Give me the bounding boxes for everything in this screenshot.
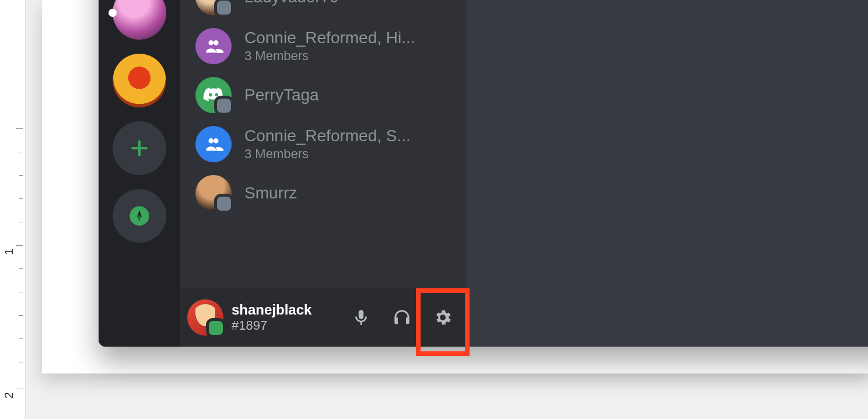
self-username: shanejblack — [232, 302, 312, 318]
avatar — [195, 0, 232, 15]
settings-button[interactable] — [426, 301, 459, 334]
self-identity[interactable]: shanejblack #1897 — [232, 302, 312, 333]
avatar — [195, 175, 232, 211]
dm-item[interactable]: Smurrz — [185, 169, 461, 217]
deafen-button[interactable] — [386, 301, 418, 334]
dm-item[interactable]: Connie_Reformed, Hi... 3 Members — [185, 22, 461, 70]
microphone-icon — [351, 308, 371, 327]
guild-unread-pill-icon — [108, 9, 117, 17]
dm-subtext: 3 Members — [244, 146, 411, 162]
people-icon — [204, 36, 223, 56]
status-online-icon — [206, 318, 226, 338]
dm-name: Connie_Reformed, Hi... — [244, 29, 415, 47]
status-offline-icon — [214, 96, 234, 116]
guild-server-2[interactable] — [113, 54, 166, 107]
dm-name: PerryTaga — [244, 86, 319, 104]
dm-list[interactable]: Kapwing Bot Ladyvader79 — [180, 0, 466, 288]
dm-name: Connie_Reformed, S... — [244, 127, 411, 145]
group-avatar — [195, 28, 232, 64]
dm-subtext: 3 Members — [244, 48, 415, 64]
user-panel: shanejblack #1897 — [180, 288, 466, 347]
discord-main-content — [466, 0, 868, 347]
dm-item[interactable]: PerryTaga — [185, 71, 461, 119]
dm-name: Ladyvader79 — [244, 0, 339, 6]
explore-servers-button[interactable] — [113, 189, 166, 243]
editor-background: 1 2 — [0, 0, 868, 419]
guild-rail — [99, 0, 180, 347]
self-discriminator: #1897 — [232, 318, 312, 333]
compass-icon — [128, 204, 151, 228]
status-offline-icon — [214, 194, 234, 214]
people-icon — [204, 134, 223, 154]
dm-column: Kapwing Bot Ladyvader79 — [180, 0, 466, 347]
status-offline-icon — [214, 0, 234, 18]
avatar — [195, 77, 232, 113]
group-avatar — [195, 126, 232, 162]
dm-name: Smurrz — [244, 184, 297, 202]
mute-button[interactable] — [345, 301, 377, 334]
ruler-number: 1 — [2, 249, 16, 255]
discord-window: Kapwing Bot Ladyvader79 — [99, 0, 868, 347]
headphones-icon — [392, 308, 412, 327]
dm-item[interactable]: Ladyvader79 — [185, 0, 461, 21]
add-server-button[interactable] — [113, 121, 166, 175]
plus-icon — [128, 137, 151, 160]
ruler-number: 2 — [2, 392, 16, 399]
self-avatar[interactable] — [187, 299, 223, 336]
dm-item[interactable]: Connie_Reformed, S... 3 Members — [185, 120, 461, 168]
gear-icon — [433, 308, 453, 327]
canvas-area: Kapwing Bot Ladyvader79 — [26, 0, 868, 419]
guild-server-1[interactable] — [113, 0, 166, 40]
ruler-vertical: 1 2 — [0, 0, 26, 419]
